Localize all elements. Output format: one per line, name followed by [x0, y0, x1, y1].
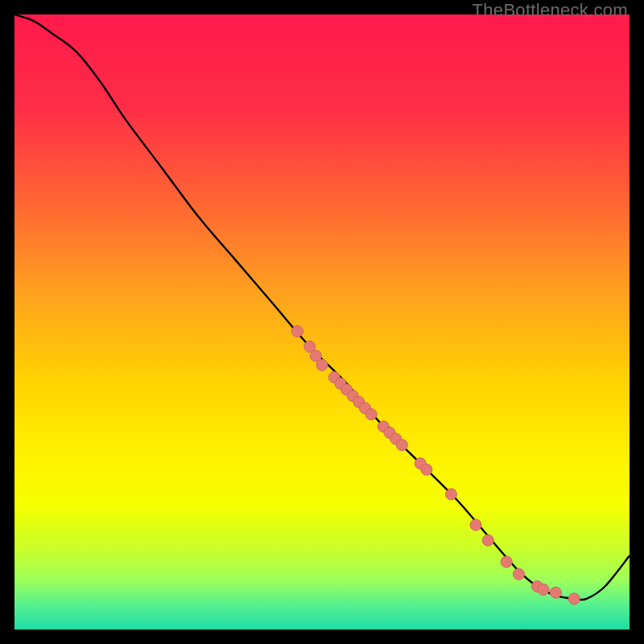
scatter-dot [568, 593, 580, 605]
scatter-dot [316, 359, 328, 370]
chart-svg [14, 14, 630, 630]
scatter-dot [396, 440, 407, 451]
watermark-label: TheBottleneck.com [473, 0, 628, 21]
scatter-dot [470, 519, 481, 530]
scatter-dot [550, 587, 561, 598]
scatter-dot [291, 325, 303, 336]
scatter-dot [538, 584, 549, 595]
scatter-dot [513, 568, 524, 580]
scatter-dot [445, 489, 456, 500]
chart-background [14, 14, 630, 630]
scatter-dot [365, 409, 377, 420]
scatter-dot [421, 464, 432, 475]
chart-plot-area [14, 14, 630, 630]
scatter-dot [501, 556, 512, 568]
chart-frame: TheBottleneck.com [0, 0, 644, 644]
scatter-dot [482, 535, 493, 546]
